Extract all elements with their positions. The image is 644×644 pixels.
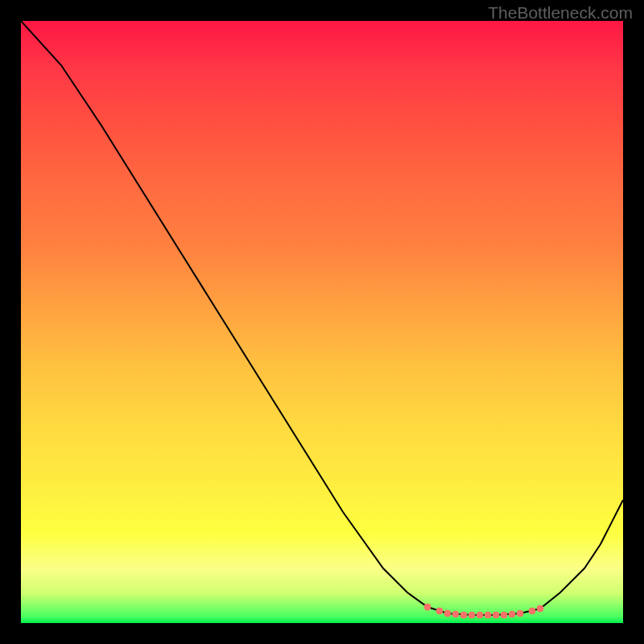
highlight-dot [501,612,507,618]
highlight-dot [509,611,515,617]
highlight-dots-group [424,604,543,618]
highlight-dot [485,612,491,618]
highlight-dot [452,611,459,617]
highlight-dot [424,604,431,610]
highlight-dot [537,605,543,612]
highlight-dot [493,612,499,618]
highlight-dot [444,610,451,617]
highlight-dot [436,608,443,614]
bottleneck-curve [21,21,623,615]
highlight-dot [529,608,535,614]
chart-curve [21,21,623,623]
highlight-dot [517,610,523,617]
highlight-dot [460,612,467,618]
attribution-text: TheBottleneck.com [488,3,633,23]
highlight-dot [477,612,483,618]
highlight-dot [469,612,475,618]
chart-plot-area [21,21,623,623]
